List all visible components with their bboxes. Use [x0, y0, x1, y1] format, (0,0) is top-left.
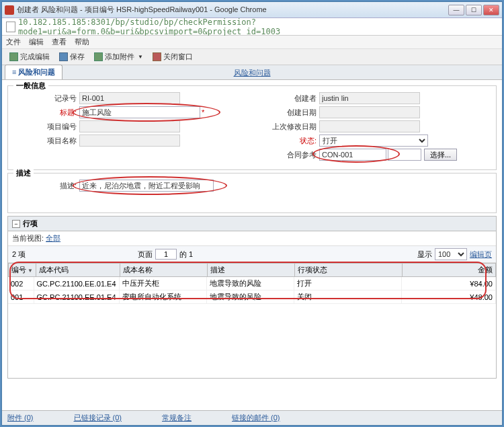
chevron-down-icon: ▼ — [138, 54, 143, 60]
creator-label: 创建者 — [252, 93, 319, 104]
page-label: 页面 — [138, 249, 153, 260]
proj-name-label: 项目名称 — [12, 136, 79, 146]
footer-mail[interactable]: 链接的邮件 (0) — [232, 413, 280, 423]
contract-extra[interactable] — [388, 149, 421, 161]
desc-legend: 描述 — [13, 168, 34, 178]
menu-view[interactable]: 查看 — [52, 37, 67, 47]
plus-icon — [94, 52, 103, 61]
creator-input — [319, 92, 420, 104]
required-star: * — [202, 108, 204, 116]
finish-edit-button[interactable]: 完成编辑 — [6, 50, 53, 63]
col-name[interactable]: 成本名称 — [120, 264, 207, 277]
mod-date-label: 上次修改日期 — [252, 122, 319, 132]
view-link[interactable]: 全部 — [46, 234, 60, 242]
close-window-button[interactable]: ✕ — [483, 5, 499, 15]
contract-input[interactable] — [319, 149, 386, 161]
menu-file[interactable]: 文件 — [6, 37, 21, 47]
col-desc[interactable]: 描述 — [207, 264, 294, 277]
close-icon — [153, 52, 161, 61]
description-group: 描述 描述: — [7, 173, 497, 213]
footer-notes[interactable]: 常规备注 — [162, 413, 192, 423]
title-input[interactable] — [79, 106, 200, 118]
save-icon — [59, 52, 68, 61]
contract-label: 合同参考 — [252, 150, 319, 160]
app-icon — [5, 5, 14, 15]
maximize-button[interactable]: ☐ — [466, 5, 482, 15]
mod-date-input — [319, 120, 420, 132]
proj-no-input — [79, 120, 180, 132]
sort-desc-icon: ▼ — [28, 268, 33, 274]
view-prefix: 当前视图: — [12, 234, 44, 242]
footer-linked[interactable]: 已链接记录 (0) — [74, 413, 122, 423]
close-form-button[interactable]: 关闭窗口 — [149, 50, 196, 63]
general-info-group: 一般信息 记录号 创建者 标题: * 创建日 — [7, 85, 497, 170]
menu-edit[interactable]: 编辑 — [29, 37, 44, 47]
title-label: 标题: — [12, 108, 79, 118]
menubar: 文件 编辑 查看 帮助 — [2, 36, 502, 49]
show-label: 显示 — [417, 249, 432, 260]
proj-name-input — [79, 134, 180, 147]
select-contract-button[interactable]: 选择... — [424, 149, 457, 161]
table-row[interactable]: 002 GC.PC.21100.EE.01.E4 中压开关柜 地震导致的风险 打… — [8, 277, 496, 290]
create-date-label: 创建日期 — [252, 108, 319, 118]
window-title: 创建者 风险和问题 - 项目编号 HSR-highSpeedRailway001… — [17, 5, 448, 15]
collapse-icon[interactable]: − — [12, 220, 20, 228]
proj-no-label: 项目编号 — [12, 122, 79, 132]
page-input[interactable] — [155, 249, 177, 260]
check-icon — [9, 52, 18, 61]
tab-center-link[interactable]: 风险和问题 — [234, 68, 271, 78]
tab-bar: ≡ 风险和问题 风险和问题 — [2, 65, 502, 80]
page-icon — [6, 22, 15, 32]
footer-bar: 附件 (0) 已链接记录 (0) 常规备注 链接的邮件 (0) — [2, 410, 502, 425]
titlebar: 创建者 风险和问题 - 项目编号 HSR-highSpeedRailway001… — [2, 2, 502, 18]
col-amount[interactable]: 金额 — [402, 264, 495, 277]
item-count: 2 项 — [12, 249, 26, 260]
lineitems-table: 编号▼ 成本代码 成本名称 描述 行项状态 金额 — [8, 263, 496, 277]
col-code[interactable]: 成本代码 — [36, 264, 120, 277]
show-select[interactable]: 100 — [435, 248, 467, 260]
general-legend: 一般信息 — [13, 81, 48, 91]
toolbar: 完成编辑 保存 添加附件▼ 关闭窗口 — [2, 49, 502, 65]
col-no[interactable]: 编号▼ — [9, 264, 36, 277]
col-status[interactable]: 行项状态 — [294, 264, 402, 277]
form-panel: 一般信息 记录号 创建者 标题: * 创建日 — [2, 80, 502, 410]
editpage-link[interactable]: 编辑页 — [470, 249, 492, 260]
url-text[interactable]: 10.182.185.185:8301/bp/studio/bp/checkPe… — [18, 17, 498, 36]
desc-input[interactable] — [79, 180, 214, 192]
footer-attach[interactable]: 附件 (0) — [7, 413, 34, 423]
page-of: 的 1 — [179, 249, 193, 260]
record-no-label: 记录号 — [12, 93, 79, 104]
table-row[interactable]: 001 GC.PC.21100.EE.01.E4 变电所自动化系统 地震导致的风… — [8, 290, 496, 304]
menu-help[interactable]: 帮助 — [75, 37, 89, 47]
lineitems-header: − 行项 — [7, 216, 497, 231]
desc-label: 描述: — [12, 181, 79, 191]
status-label: 状态: — [252, 136, 319, 146]
attach-button[interactable]: 添加附件▼ — [91, 50, 146, 63]
address-bar: 10.182.185.185:8301/bp/studio/bp/checkPe… — [2, 18, 502, 36]
create-date-input — [319, 106, 420, 118]
minimize-button[interactable]: — — [448, 5, 464, 15]
status-select[interactable]: 打开 — [319, 134, 428, 147]
tab-main[interactable]: ≡ 风险和问题 — [5, 65, 62, 79]
record-no-input — [79, 92, 180, 104]
lineitems-panel: 当前视图: 全部 2 项 页面 的 1 显示 100 编辑页 编号▼ 成本代码 — [7, 231, 497, 379]
save-button[interactable]: 保存 — [56, 50, 88, 63]
lineitems-legend: 行项 — [23, 219, 38, 229]
